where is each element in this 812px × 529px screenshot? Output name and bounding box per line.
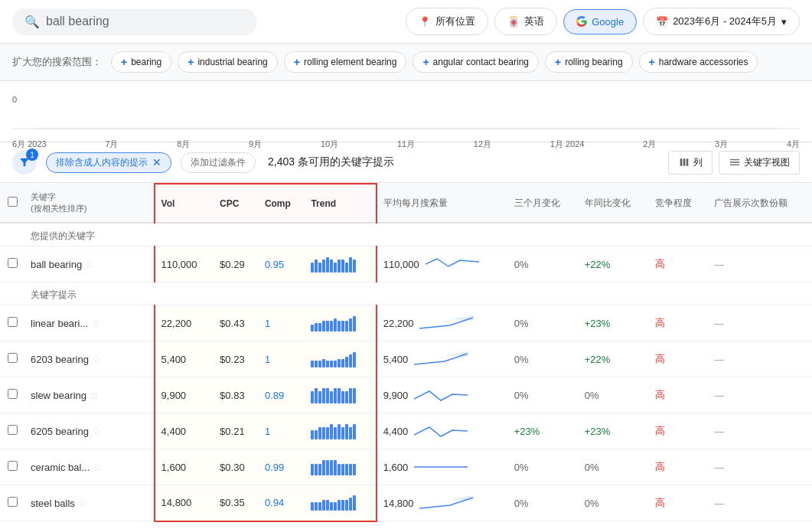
star-icon[interactable]: ☆ [92,425,102,437]
td-three-month: 0% [508,247,579,282]
filter-language[interactable]: 🀄 英语 [494,8,557,35]
row-checkbox[interactable] [8,497,18,507]
td-vol: 5,400 [155,341,214,377]
filter-date[interactable]: 📅 2023年6月 - 2024年5月 ▾ [643,8,800,35]
row-checkbox[interactable] [8,389,18,399]
th-cpc[interactable]: CPC [214,184,259,223]
svg-rect-53 [318,427,321,439]
svg-rect-37 [353,352,356,367]
star-icon[interactable]: ☆ [78,497,88,509]
td-three-month: 0% [508,377,579,413]
row-checkbox[interactable] [8,353,18,363]
td-checkbox[interactable] [0,449,24,485]
search-input-wrap[interactable]: 🔍 ball bearing [12,8,257,35]
svg-rect-13 [311,325,314,331]
td-keyword: steel balls ☆ [24,485,155,521]
td-checkbox[interactable] [0,413,24,449]
td-checkbox[interactable] [0,377,24,413]
plus-icon-4: + [555,56,561,68]
td-cpc: $0.83 [214,377,259,413]
star-icon[interactable]: ☆ [92,353,102,365]
add-filter-button[interactable]: 添加过滤条件 [181,152,256,173]
filter-active-pill[interactable]: 排除含成人内容的提示 ✕ [46,152,171,173]
svg-rect-59 [341,427,344,439]
svg-rect-69 [334,460,337,475]
th-comp[interactable]: Comp [259,184,305,223]
trend-bars [311,385,357,403]
th-vol[interactable]: Vol [155,184,214,223]
svg-rect-32 [334,361,337,367]
close-icon[interactable]: ✕ [152,156,161,168]
svg-rect-68 [330,460,333,475]
row-checkbox[interactable] [8,461,18,471]
expand-tag-5[interactable]: + hardware accessories [639,51,758,73]
location-icon: 📍 [419,16,431,28]
language-icon: 🀄 [507,16,520,28]
keyword-text: slew bearing [31,390,86,401]
results-count: 2,403 条可用的关键字提示 [268,155,394,169]
th-trend[interactable]: Trend [305,184,376,223]
svg-rect-5 [326,257,329,273]
results-count-number: 2,403 [268,155,295,168]
table-row: 6205 bearing ☆ 4,400 $0.21 1 4,400 +23% … [0,413,812,449]
svg-rect-57 [334,427,337,439]
td-ad-impressions: — [708,341,812,377]
expand-tag-0[interactable]: + bearing [111,51,171,73]
keyword-text: 6203 bearing [31,354,89,365]
th-cpc-label: CPC [220,198,239,209]
td-three-month: +23% [508,413,579,449]
col-button[interactable]: 列 [668,151,713,175]
chart-axis-labels: 6月 2023 7月 8月 9月 10月 11月 12月 1月 2024 2月 … [12,139,800,153]
svg-rect-22 [345,321,348,331]
row-checkbox[interactable] [8,317,18,327]
filter-engine[interactable]: Google [563,9,637,34]
expand-tag-3[interactable]: + angular contact bearing [413,51,539,73]
svg-rect-70 [338,464,341,475]
svg-rect-40 [315,388,318,403]
th-comp-label: Comp [265,198,291,209]
svg-rect-7 [334,263,337,273]
td-checkbox[interactable] [0,305,24,341]
td-vol: 110,000 [155,247,214,282]
td-cpc: $0.21 [214,413,259,449]
td-comp: 1 [259,341,305,377]
td-cpc: $0.29 [214,247,259,282]
trend-chart [12,100,800,133]
th-checkbox[interactable] [0,184,24,223]
td-keyword: slew bearing ☆ [24,377,155,413]
sparkline [414,420,468,442]
star-icon[interactable]: ☆ [85,258,95,270]
td-cpc: $0.35 [214,485,259,521]
keyword-view-button[interactable]: 关键字视图 [719,151,800,175]
section-label-row: 关键字提示 [0,282,812,305]
td-checkbox[interactable] [0,485,24,521]
td-competition: 高 [649,413,709,449]
select-all-checkbox[interactable] [8,197,18,207]
plus-icon-1: + [188,56,194,68]
td-competition: 高 [649,305,709,341]
filter-location[interactable]: 📍 所有位置 [406,8,488,35]
star-icon[interactable]: ☆ [93,461,103,473]
expand-row: 扩大您的搜索范围： + bearing + industrial bearing… [0,44,812,81]
col-button-label: 列 [693,156,703,169]
td-vol: 9,900 [155,377,214,413]
svg-rect-21 [341,321,344,331]
expand-tag-4[interactable]: + rolling bearing [545,51,633,73]
row-checkbox[interactable] [8,258,18,268]
star-icon[interactable]: ☆ [90,389,99,401]
td-ad-impressions: — [708,377,812,413]
td-trend [305,377,376,413]
svg-rect-81 [334,502,337,511]
svg-rect-20 [338,321,341,331]
expand-tag-2[interactable]: + rolling element bearing [284,51,407,73]
table-row: slew bearing ☆ 9,900 $0.83 0.89 9,900 0%… [0,377,812,413]
td-checkbox[interactable] [0,341,24,377]
expand-tag-1[interactable]: + industrial bearing [178,51,278,73]
star-icon[interactable]: ☆ [91,317,101,329]
filter-icon-button[interactable]: 1 [12,150,37,175]
filter-language-label: 英语 [524,15,544,28]
td-three-month: 0% [508,305,579,341]
chart-label-7: 1月 2024 [550,139,585,150]
row-checkbox[interactable] [8,425,18,435]
td-checkbox[interactable] [0,247,24,282]
